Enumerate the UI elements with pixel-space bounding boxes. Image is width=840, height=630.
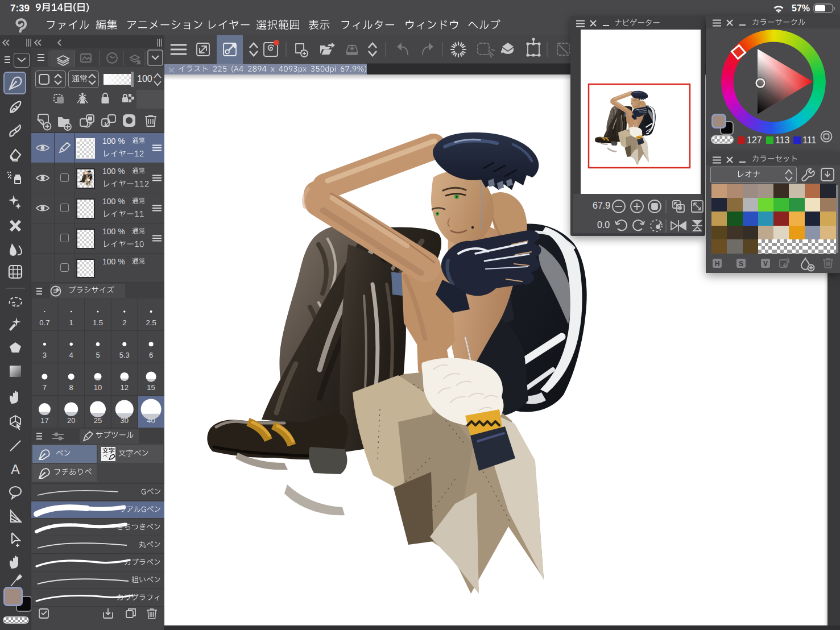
svg-text:1.5: 1.5 — [93, 318, 103, 327]
svg-text:0.7: 0.7 — [39, 318, 49, 327]
svg-text:H: H — [715, 260, 720, 268]
svg-text:4: 4 — [69, 351, 73, 359]
svg-text:6: 6 — [149, 351, 153, 359]
svg-text:10: 10 — [94, 383, 102, 392]
svg-text:1: 1 — [69, 318, 73, 327]
svg-text:40: 40 — [147, 416, 155, 425]
svg-text:15: 15 — [147, 383, 155, 392]
svg-text:V: V — [763, 260, 768, 268]
svg-text:3: 3 — [43, 351, 47, 359]
svg-text:8: 8 — [69, 383, 73, 392]
svg-text:17: 17 — [40, 416, 48, 425]
svg-text:7: 7 — [43, 383, 47, 392]
svg-text:57%: 57% — [792, 3, 810, 13]
svg-text:S: S — [739, 260, 743, 268]
svg-text:5: 5 — [96, 351, 100, 359]
svg-text:2.5: 2.5 — [146, 318, 156, 327]
svg-text:2: 2 — [122, 318, 126, 327]
svg-text:5.3: 5.3 — [119, 351, 130, 359]
svg-text:30: 30 — [121, 416, 129, 425]
svg-text:12: 12 — [121, 383, 129, 392]
svg-text:25: 25 — [94, 416, 102, 425]
svg-text:A: A — [11, 462, 20, 477]
svg-text:20: 20 — [67, 416, 75, 425]
